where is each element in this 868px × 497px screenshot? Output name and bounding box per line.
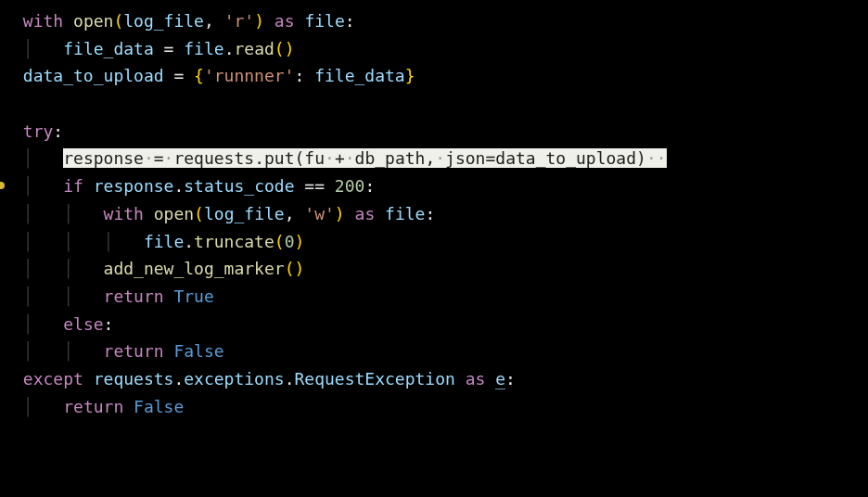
code-line-highlighted[interactable]: │ response·=·requests.put(fu·+·db_path,·… <box>0 145 868 172</box>
fn-open: open <box>73 11 113 31</box>
code-line[interactable]: with open(log_file, 'r') as file: <box>0 7 868 35</box>
code-line[interactable]: │ else: <box>0 311 868 338</box>
variable-e: e <box>495 369 505 389</box>
code-line[interactable]: │ │ with open(log_file, 'w') as file: <box>0 200 868 228</box>
code-line[interactable]: │ if response.status_code == 200: <box>0 172 868 200</box>
code-editor[interactable]: with open(log_file, 'r') as file: │ file… <box>0 0 868 420</box>
code-line[interactable]: data_to_upload = {'runnner': file_data} <box>0 62 868 90</box>
code-line[interactable]: │ return False <box>0 393 868 421</box>
code-line[interactable]: │ │ add_new_log_marker() <box>0 255 868 283</box>
code-line[interactable]: except requests.exceptions.RequestExcept… <box>0 365 868 393</box>
highlighted-text: response·=·requests.put(fu·+·db_path,·js… <box>63 148 666 168</box>
code-line[interactable]: │ │ │ file.truncate(0) <box>0 228 868 256</box>
code-line[interactable]: │ file_data = file.read() <box>0 35 868 63</box>
code-line[interactable]: try: <box>0 118 868 146</box>
code-line[interactable]: │ │ return True <box>0 283 868 311</box>
code-line[interactable]: │ │ return False <box>0 338 868 365</box>
code-line-blank[interactable] <box>0 90 868 118</box>
keyword-with: with <box>23 11 63 31</box>
